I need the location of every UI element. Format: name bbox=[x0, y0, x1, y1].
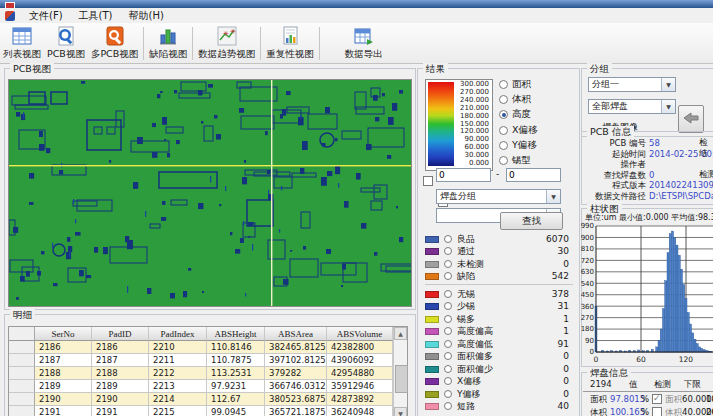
table-cell[interactable]: 366746.0312 bbox=[265, 380, 327, 393]
table-cell[interactable]: 379282 bbox=[265, 367, 327, 380]
radio-icon[interactable] bbox=[444, 290, 452, 298]
table-cell[interactable]: 36240948 bbox=[327, 406, 393, 416]
metric-radio-4[interactable]: X偏移 bbox=[499, 124, 538, 137]
radio-icon[interactable] bbox=[499, 126, 508, 135]
metric-radio-3[interactable]: 高度 bbox=[499, 108, 531, 121]
metric-radio-1[interactable]: 面积 bbox=[499, 78, 531, 91]
table-cell[interactable]: 35912946 bbox=[327, 380, 393, 393]
table-cell[interactable]: 2213 bbox=[149, 380, 207, 393]
radio-icon[interactable] bbox=[444, 315, 452, 323]
radio-icon[interactable] bbox=[499, 80, 508, 89]
stat-row-面积偏少[interactable]: 面积偏少0 bbox=[425, 364, 573, 376]
scroll-down-button[interactable]: ▼ bbox=[394, 407, 407, 416]
pad-check-checkbox[interactable] bbox=[652, 394, 662, 404]
toolbar-button-2[interactable]: PCB视图 bbox=[44, 24, 88, 62]
back-arrow-button[interactable] bbox=[678, 105, 704, 133]
stat-row-通过[interactable]: 通过30 bbox=[425, 246, 573, 258]
table-cell[interactable]: 2191 bbox=[35, 406, 92, 416]
toolbar-button-6[interactable]: 重复性视图 bbox=[263, 24, 317, 62]
metric-radio-5[interactable]: Y偏移 bbox=[499, 139, 537, 152]
table-cell[interactable]: 97.9231 bbox=[207, 380, 265, 393]
table-cell[interactable]: 2191 bbox=[92, 406, 149, 416]
table-cell[interactable]: 2211 bbox=[149, 354, 207, 367]
column-header-ABSHeight[interactable]: ABSHeight bbox=[207, 327, 265, 341]
radio-icon[interactable] bbox=[444, 340, 452, 348]
stat-row-锡多[interactable]: 锡多1 bbox=[425, 314, 573, 326]
table-cell[interactable]: 2190 bbox=[92, 393, 149, 406]
table-cell[interactable]: 43906092 bbox=[327, 354, 393, 367]
radio-icon[interactable] bbox=[444, 377, 452, 385]
stat-row-面积偏多[interactable]: 面积偏多0 bbox=[425, 351, 573, 363]
stat-row-高度偏高[interactable]: 高度偏高1 bbox=[425, 326, 573, 338]
radio-icon[interactable] bbox=[499, 156, 508, 165]
table-cell[interactable]: 42382800 bbox=[327, 341, 393, 354]
table-cell[interactable]: 2188 bbox=[35, 367, 92, 380]
table-cell[interactable]: 2189 bbox=[35, 380, 92, 393]
pad-group-combo[interactable]: 焊盘分组 ▼ bbox=[436, 189, 561, 204]
pcb-board-canvas[interactable] bbox=[8, 79, 412, 307]
detail-table[interactable]: SerNoPadIDPadIndexABSHeightABSAreaABSVol… bbox=[8, 326, 408, 416]
scrollbar-thumb[interactable] bbox=[395, 365, 408, 393]
toolbar-button-1[interactable]: 列表视图 bbox=[0, 24, 44, 62]
stat-row-无锡[interactable]: 无锡378 bbox=[425, 289, 573, 301]
radio-icon[interactable] bbox=[444, 260, 452, 268]
stat-row-X偏移[interactable]: X偏移0 bbox=[425, 376, 573, 388]
radio-icon[interactable] bbox=[444, 402, 452, 410]
radio-icon[interactable] bbox=[444, 235, 452, 243]
table-cell[interactable]: 382465.8125 bbox=[265, 341, 327, 354]
chevron-down-icon[interactable]: ▼ bbox=[546, 190, 560, 203]
menu-tools[interactable]: 工具(T) bbox=[71, 8, 121, 23]
radio-icon[interactable] bbox=[499, 110, 508, 119]
toolbar-button-4[interactable]: 缺陷视图 bbox=[146, 24, 190, 62]
toolbar-button-3[interactable]: 多PCB视图 bbox=[88, 24, 141, 62]
table-cell[interactable]: 113.2531 bbox=[207, 367, 265, 380]
table-cell[interactable]: 2188 bbox=[92, 367, 149, 380]
table-row[interactable]: 218721872211110.7875397102.812543906092 bbox=[9, 354, 407, 367]
chevron-down-icon[interactable]: ▼ bbox=[661, 78, 675, 91]
table-cell[interactable]: 2186 bbox=[35, 341, 92, 354]
range-min-input[interactable] bbox=[436, 168, 491, 182]
table-cell[interactable]: 110.7875 bbox=[207, 354, 265, 367]
table-cell[interactable]: 2215 bbox=[149, 406, 207, 416]
table-row[interactable]: 219021902214112.67380523.687542873892 bbox=[9, 393, 407, 406]
table-cell[interactable]: 2187 bbox=[92, 354, 149, 367]
table-cell[interactable]: 2187 bbox=[35, 354, 92, 367]
table-cell[interactable]: 42873892 bbox=[327, 393, 393, 406]
table-cell[interactable]: 110.8146 bbox=[207, 341, 265, 354]
table-cell[interactable]: 2190 bbox=[35, 393, 92, 406]
radio-icon[interactable] bbox=[444, 302, 452, 310]
table-row[interactable]: 21892189221397.9231366746.031235912946 bbox=[9, 380, 407, 393]
metric-radio-2[interactable]: 体积 bbox=[499, 93, 531, 106]
table-cell[interactable]: 380523.6875 bbox=[265, 393, 327, 406]
table-row[interactable]: 218621862210110.8146382465.812542382800 bbox=[9, 341, 407, 354]
chevron-down-icon[interactable]: ▼ bbox=[661, 100, 675, 113]
group-select-combo[interactable]: 分组一 ▼ bbox=[588, 77, 676, 92]
menu-file[interactable]: 文件(F) bbox=[21, 8, 71, 23]
column-header-ABSArea[interactable]: ABSArea bbox=[265, 327, 327, 341]
metric-radio-6[interactable]: 锡型 bbox=[499, 154, 531, 167]
radio-icon[interactable] bbox=[444, 352, 452, 360]
radio-icon[interactable] bbox=[444, 327, 452, 335]
detail-table-scrollbar[interactable]: ▲▼ bbox=[393, 327, 407, 416]
radio-icon[interactable] bbox=[444, 365, 452, 373]
table-cell[interactable]: 2189 bbox=[92, 380, 149, 393]
range-filter-checkbox[interactable] bbox=[423, 176, 433, 186]
stat-row-未检测[interactable]: 未检测0 bbox=[425, 259, 573, 271]
table-cell[interactable]: 365721.1875 bbox=[265, 406, 327, 416]
table-cell[interactable]: 42954880 bbox=[327, 367, 393, 380]
scroll-up-button[interactable]: ▲ bbox=[394, 327, 407, 340]
table-row[interactable]: 21912191221599.0945365721.187536240948 bbox=[9, 406, 407, 416]
table-cell[interactable]: 2212 bbox=[149, 367, 207, 380]
table-cell[interactable]: 2210 bbox=[149, 341, 207, 354]
stat-row-缺陷[interactable]: 缺陷542 bbox=[425, 271, 573, 283]
table-cell[interactable]: 2186 bbox=[92, 341, 149, 354]
column-header-ABSVolume[interactable]: ABSVolume bbox=[327, 327, 393, 341]
radio-icon[interactable] bbox=[444, 272, 452, 280]
column-header-PadID[interactable]: PadID bbox=[92, 327, 149, 341]
radio-icon[interactable] bbox=[444, 247, 452, 255]
stat-row-少锡[interactable]: 少锡31 bbox=[425, 301, 573, 313]
stat-row-高度偏低[interactable]: 高度偏低91 bbox=[425, 339, 573, 351]
menu-help[interactable]: 帮助(H) bbox=[120, 8, 171, 23]
radio-icon[interactable] bbox=[444, 390, 452, 398]
column-header-PadIndex[interactable]: PadIndex bbox=[149, 327, 207, 341]
